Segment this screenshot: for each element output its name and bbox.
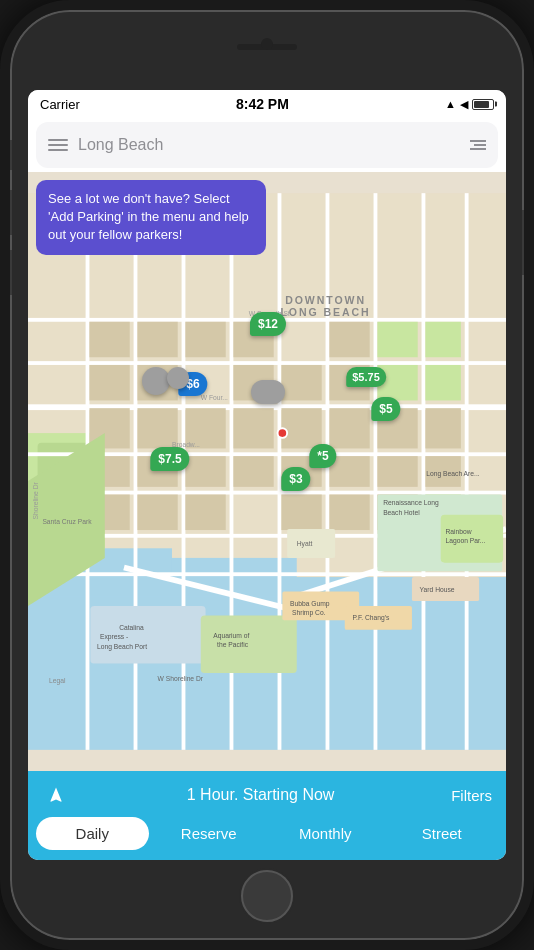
- svg-rect-55: [137, 495, 177, 531]
- svg-rect-30: [425, 322, 461, 358]
- phone-screen: Carrier 8:42 PM ▲ ◀ Long Beach: [28, 90, 506, 860]
- svg-text:Express -: Express -: [100, 633, 128, 641]
- svg-text:W Shoreline Dr: W Shoreline Dr: [158, 675, 204, 682]
- svg-rect-49: [233, 456, 273, 487]
- marker-gray-3[interactable]: [251, 380, 285, 404]
- tab-reserve[interactable]: Reserve: [153, 817, 266, 850]
- svg-text:Rainbow: Rainbow: [446, 528, 472, 535]
- phone-frame: Carrier 8:42 PM ▲ ◀ Long Beach: [0, 0, 534, 950]
- marker-price[interactable]: $5.75: [346, 367, 386, 387]
- svg-text:Bubba Gump: Bubba Gump: [290, 600, 330, 608]
- svg-text:Shrimp Co.: Shrimp Co.: [292, 609, 326, 617]
- marker-gray-1[interactable]: [142, 367, 170, 395]
- svg-rect-42: [281, 408, 321, 448]
- svg-rect-20: [326, 193, 330, 750]
- svg-text:Renaissance Long: Renaissance Long: [383, 499, 439, 507]
- home-button[interactable]: [241, 870, 293, 922]
- marker-star5[interactable]: *5: [309, 444, 336, 468]
- location-arrow-icon[interactable]: [42, 781, 70, 809]
- volume-down-button[interactable]: [7, 250, 12, 295]
- svg-text:Legal: Legal: [49, 677, 66, 685]
- svg-text:Aquarium of: Aquarium of: [213, 632, 249, 640]
- marker-price[interactable]: [142, 367, 170, 395]
- svg-text:Beach Hotel: Beach Hotel: [383, 509, 420, 516]
- tab-monthly[interactable]: Monthly: [269, 817, 382, 850]
- svg-rect-16: [134, 193, 138, 750]
- status-icons: ▲ ◀: [445, 98, 494, 111]
- camera: [261, 38, 273, 50]
- tab-street[interactable]: Street: [386, 817, 499, 850]
- carrier-label: Carrier: [40, 97, 80, 112]
- tooltip-text: See a lot we don't have? Select 'Add Par…: [48, 191, 249, 242]
- svg-rect-31: [89, 365, 129, 401]
- svg-rect-58: [329, 495, 369, 531]
- tab-daily[interactable]: Daily: [36, 817, 149, 850]
- svg-rect-45: [425, 408, 461, 448]
- status-bar: Carrier 8:42 PM ▲ ◀: [28, 90, 506, 118]
- svg-text:Lagoon Par...: Lagoon Par...: [446, 537, 486, 545]
- svg-text:Hyatt: Hyatt: [297, 540, 313, 548]
- marker-price[interactable]: $3: [281, 467, 310, 491]
- svg-rect-48: [185, 456, 225, 487]
- svg-rect-56: [185, 495, 225, 531]
- map-area[interactable]: DOWNTOWN LONG BEACH W Seventh St W Four.…: [28, 172, 506, 771]
- marker-price[interactable]: $5: [371, 397, 400, 421]
- marker-gray-2[interactable]: [167, 367, 189, 389]
- bottom-bar: 1 Hour. Starting Now Filters Daily Reser…: [28, 771, 506, 860]
- filters-button[interactable]: Filters: [451, 787, 492, 804]
- marker-price[interactable]: *5: [309, 444, 336, 468]
- svg-rect-43: [329, 408, 369, 448]
- svg-rect-41: [233, 408, 273, 448]
- status-time: 8:42 PM: [236, 96, 289, 112]
- svg-rect-21: [374, 193, 378, 750]
- svg-rect-34: [281, 365, 321, 401]
- power-button[interactable]: [522, 210, 527, 275]
- map-background: DOWNTOWN LONG BEACH W Seventh St W Four.…: [28, 172, 506, 771]
- svg-text:Yard House: Yard House: [420, 586, 455, 593]
- tabs-row: Daily Reserve Monthly Street: [28, 817, 506, 860]
- svg-rect-12: [28, 572, 506, 576]
- search-input[interactable]: Long Beach: [78, 136, 470, 154]
- svg-text:Catalina: Catalina: [119, 624, 144, 631]
- volume-up-button[interactable]: [7, 190, 12, 235]
- svg-rect-22: [422, 193, 426, 750]
- svg-rect-52: [377, 456, 417, 487]
- svg-rect-24: [89, 322, 129, 358]
- svg-rect-28: [329, 322, 369, 358]
- search-bar[interactable]: Long Beach: [36, 122, 498, 168]
- svg-text:Long Beach Port: Long Beach Port: [97, 643, 147, 651]
- marker-price[interactable]: $7.5: [150, 447, 189, 471]
- location-row: 1 Hour. Starting Now Filters: [28, 771, 506, 817]
- battery-icon: [472, 99, 494, 110]
- svg-text:Long Beach Are...: Long Beach Are...: [426, 470, 479, 478]
- add-parking-tooltip: See a lot we don't have? Select 'Add Par…: [36, 180, 266, 255]
- list-view-icon[interactable]: [470, 140, 486, 150]
- svg-rect-29: [377, 322, 417, 358]
- svg-text:the Pacific: the Pacific: [217, 641, 249, 648]
- svg-rect-7: [28, 361, 506, 365]
- svg-point-94: [278, 428, 288, 438]
- marker-575[interactable]: $5.75: [346, 367, 386, 387]
- marker-12[interactable]: $12: [250, 312, 286, 336]
- signal-icon: ◀: [460, 98, 468, 111]
- marker-3[interactable]: $3: [281, 467, 310, 491]
- time-label: 1 Hour. Starting Now: [187, 786, 335, 804]
- svg-text:LONG BEACH: LONG BEACH: [280, 306, 370, 318]
- silent-switch[interactable]: [7, 140, 12, 170]
- marker-price[interactable]: $12: [250, 312, 286, 336]
- marker-price[interactable]: [251, 380, 285, 404]
- svg-text:DOWNTOWN: DOWNTOWN: [285, 294, 366, 306]
- wifi-icon: ▲: [445, 98, 456, 110]
- menu-icon[interactable]: [48, 139, 68, 151]
- marker-75[interactable]: $7.5: [150, 447, 189, 471]
- svg-text:Santa Cruz Park: Santa Cruz Park: [42, 518, 92, 525]
- marker-price[interactable]: [167, 367, 189, 389]
- svg-rect-37: [425, 365, 461, 401]
- svg-rect-25: [137, 322, 177, 358]
- svg-text:P.F. Chang's: P.F. Chang's: [352, 614, 390, 622]
- svg-text:Shoreline Dr: Shoreline Dr: [32, 481, 39, 519]
- svg-rect-57: [281, 495, 321, 531]
- marker-5[interactable]: $5: [371, 397, 400, 421]
- svg-rect-26: [185, 322, 225, 358]
- svg-rect-74: [201, 615, 297, 673]
